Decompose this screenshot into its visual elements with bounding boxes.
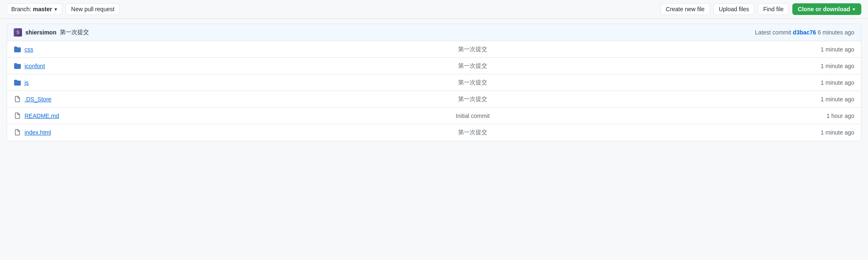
new-pull-request-button[interactable]: New pull request [66, 3, 120, 15]
file-name-link[interactable]: css [25, 46, 141, 53]
file-time: 1 minute ago [804, 79, 854, 86]
commit-author[interactable]: shiersimon [25, 29, 57, 36]
file-name-link[interactable]: iconfont [25, 63, 141, 69]
file-icon [14, 129, 21, 136]
file-commit-message: 第一次提交 [141, 46, 804, 53]
table-row: .DS_Store第一次提交1 minute ago [7, 91, 861, 108]
file-name-link[interactable]: index.html [25, 129, 141, 136]
folder-icon [14, 79, 21, 86]
table-row: README.mdInitial commit1 hour ago [7, 108, 861, 124]
table-row: index.html第一次提交1 minute ago [7, 124, 861, 141]
commit-hash[interactable]: d3bac76 [793, 29, 816, 36]
file-time: 1 minute ago [804, 129, 854, 136]
table-row: js第一次提交1 minute ago [7, 74, 861, 91]
avatar: S [14, 28, 22, 37]
clone-chevron-icon: ▼ [852, 7, 856, 12]
clone-label: Clone or download [798, 6, 850, 12]
avatar-image: S [14, 28, 22, 37]
upload-files-button[interactable]: Upload files [713, 3, 755, 15]
file-commit-message: Initial commit [141, 113, 804, 119]
file-icon [14, 96, 21, 103]
file-commit-message: 第一次提交 [141, 79, 804, 86]
table-row: css第一次提交1 minute ago [7, 41, 861, 58]
file-name-link[interactable]: README.md [25, 113, 141, 119]
latest-commit-label: Latest commit [755, 29, 791, 36]
table-row: iconfont第一次提交1 minute ago [7, 58, 861, 74]
folder-icon [14, 46, 21, 53]
file-icon [14, 112, 21, 120]
commit-meta: Latest commit d3bac76 6 minutes ago [755, 29, 854, 36]
file-time: 1 hour ago [804, 113, 854, 119]
branch-selector[interactable]: Branch: master ▼ [7, 3, 62, 15]
create-new-file-button[interactable]: Create new file [661, 3, 710, 15]
commit-time: 6 minutes ago [818, 29, 854, 36]
branch-chevron-icon: ▼ [54, 7, 58, 12]
file-name-link[interactable]: js [25, 79, 141, 86]
commit-header-row: S shiersimon 第一次提交 Latest commit d3bac76… [7, 24, 861, 41]
file-time: 1 minute ago [804, 63, 854, 69]
commit-message: 第一次提交 [60, 29, 89, 36]
file-time: 1 minute ago [804, 96, 854, 103]
file-commit-message: 第一次提交 [141, 62, 804, 70]
top-bar: Branch: master ▼ New pull request Create… [0, 0, 868, 19]
file-rows-container: css第一次提交1 minute agoiconfont第一次提交1 minut… [7, 41, 861, 141]
clone-or-download-button[interactable]: Clone or download ▼ [792, 3, 861, 15]
file-time: 1 minute ago [804, 46, 854, 53]
branch-label: Branch: [11, 6, 31, 12]
file-table: S shiersimon 第一次提交 Latest commit d3bac76… [7, 24, 861, 141]
file-commit-message: 第一次提交 [141, 96, 804, 103]
branch-name: master [33, 6, 52, 12]
file-commit-message: 第一次提交 [141, 129, 804, 136]
find-file-button[interactable]: Find file [758, 3, 789, 15]
folder-icon [14, 62, 21, 70]
file-name-link[interactable]: .DS_Store [25, 96, 141, 103]
